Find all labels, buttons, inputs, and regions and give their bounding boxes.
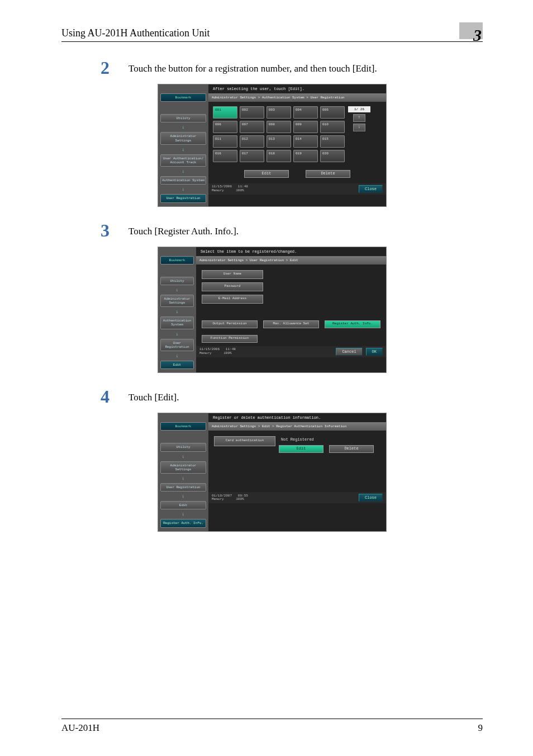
email-button[interactable]: E-Mail Address (202, 295, 263, 304)
reg-002-button[interactable]: 002 (240, 106, 264, 119)
delete-button[interactable]: Delete (329, 445, 374, 453)
prompt-text: Select the item to be registered/changed… (196, 247, 386, 256)
step-number: 3 (101, 220, 129, 241)
chapter-number: 3 (473, 26, 482, 45)
password-button[interactable]: Password (202, 282, 263, 291)
bookmark-button[interactable]: Bookmark (160, 422, 206, 431)
down-arrow-icon: ↓ (160, 476, 206, 481)
step-number: 2 (101, 58, 129, 78)
user-auth-button[interactable]: User Authentication/ Account Track (160, 154, 206, 167)
step-number: 4 (101, 386, 129, 407)
sidebar: Bookmark Utility ↓ Administrator Setting… (158, 84, 208, 206)
edit-button[interactable]: Edit (244, 170, 289, 178)
edit-crumb-button[interactable]: Edit (160, 501, 206, 509)
reg-015-button[interactable]: 015 (320, 135, 345, 148)
down-arrow-icon: ↓ (160, 353, 194, 358)
reg-007-button[interactable]: 007 (240, 121, 264, 133)
reg-019-button[interactable]: 019 (293, 150, 318, 162)
reg-016-button[interactable]: 016 (213, 150, 237, 162)
reg-020-button[interactable]: 020 (320, 150, 345, 162)
page-header: Using AU-201H Authentication Unit 3 (61, 22, 483, 42)
edit-button[interactable]: Edit (279, 445, 323, 453)
reg-008-button[interactable]: 008 (266, 121, 291, 133)
function-permission-button[interactable]: Function Permission (202, 335, 258, 343)
card-auth-label: Card authentication (214, 436, 275, 446)
admin-settings-button[interactable]: Administrator Settings (160, 461, 206, 474)
status-info: 11/15/2006 11:48 Memory 100% (212, 185, 248, 192)
step-3: 3 Touch [Register Auth. Info.]. (101, 220, 483, 241)
breadcrumb: Administrator Settings > Edit > Register… (208, 422, 386, 431)
max-allowance-button[interactable]: Max. Allowance Set (263, 320, 319, 328)
page-down-button[interactable]: ↓ (353, 124, 365, 131)
down-arrow-icon: ↓ (160, 494, 206, 499)
status-info: 11/15/2006 11:48 Memory 100% (199, 348, 236, 355)
reg-006-button[interactable]: 006 (213, 121, 237, 133)
pager: 1/ 26 ↑ ↓ (348, 106, 370, 162)
cancel-button[interactable]: Cancel (336, 348, 362, 356)
user-registration-button[interactable]: User Registration (160, 483, 206, 492)
card-auth-status: Not Registered (279, 436, 374, 443)
output-permission-button[interactable]: Output Permission (202, 320, 258, 328)
utility-button[interactable]: Utility (160, 277, 194, 285)
breadcrumb: Administrator Settings > User Registrati… (196, 256, 386, 264)
username-button[interactable]: User Name (202, 270, 263, 279)
edit-crumb-button[interactable]: Edit (160, 361, 194, 369)
ok-button[interactable]: OK (366, 348, 383, 356)
step-text: Touch the button for a registration numb… (129, 58, 377, 74)
status-info: 01/10/2007 09:55 Memory 100% (212, 494, 248, 502)
down-arrow-icon: ↓ (160, 287, 194, 292)
bookmark-button[interactable]: Bookmark (160, 93, 206, 102)
step-2: 2 Touch the button for a registration nu… (101, 58, 483, 78)
down-arrow-icon: ↓ (160, 147, 206, 152)
footer-page: 9 (478, 722, 483, 734)
reg-005-button[interactable]: 005 (320, 106, 345, 119)
number-grid: 001 002 003 004 005 006 007 008 009 010 … (213, 106, 345, 162)
close-button[interactable]: Close (359, 185, 383, 193)
reg-010-button[interactable]: 010 (320, 121, 345, 133)
admin-settings-button[interactable]: Administrator Settings (160, 132, 206, 144)
reg-011-button[interactable]: 011 (213, 135, 237, 148)
down-arrow-icon: ↓ (160, 332, 194, 337)
page-footer: AU-201H 9 (61, 719, 483, 734)
page-indicator: 1/ 26 (348, 106, 370, 112)
utility-button[interactable]: Utility (160, 443, 206, 451)
down-arrow-icon: ↓ (160, 454, 206, 459)
prompt-text: After selecting the user, touch [Edit]. (208, 84, 386, 93)
reg-001-button[interactable]: 001 (213, 106, 237, 119)
utility-button[interactable]: Utility (160, 114, 206, 122)
down-arrow-icon: ↓ (160, 169, 206, 174)
step-4: 4 Touch [Edit]. (101, 386, 483, 407)
reg-012-button[interactable]: 012 (240, 135, 264, 148)
reg-003-button[interactable]: 003 (266, 106, 291, 119)
down-arrow-icon: ↓ (160, 125, 206, 130)
reg-004-button[interactable]: 004 (293, 106, 318, 119)
reg-014-button[interactable]: 014 (293, 135, 318, 148)
reg-009-button[interactable]: 009 (293, 121, 318, 133)
user-registration-button[interactable]: User Registration (160, 194, 206, 202)
footer-model: AU-201H (61, 722, 99, 734)
down-arrow-icon: ↓ (160, 309, 194, 314)
auth-system-button[interactable]: Authentication System (160, 176, 206, 185)
close-button[interactable]: Close (359, 494, 383, 502)
register-auth-crumb-button[interactable]: Register Auth. Info. (160, 519, 206, 527)
sidebar: Bookmark Utility ↓ Administrator Setting… (158, 413, 208, 531)
admin-settings-button[interactable]: Administrator Settings (160, 295, 194, 307)
section-title: Using AU-201H Authentication Unit (61, 27, 210, 39)
screenshot-register-auth-info: Bookmark Utility ↓ Administrator Setting… (158, 413, 387, 531)
bookmark-button[interactable]: Bookmark (160, 256, 194, 264)
down-arrow-icon: ↓ (160, 187, 206, 192)
breadcrumb: Administrator Settings > Authentication … (208, 93, 386, 102)
reg-013-button[interactable]: 013 (266, 135, 291, 148)
page-up-button[interactable]: ↑ (353, 114, 365, 122)
prompt-text: Register or delete authentication inform… (208, 413, 386, 422)
reg-017-button[interactable]: 017 (240, 150, 264, 162)
register-auth-info-button[interactable]: Register Auth. Info. (325, 320, 380, 328)
step-text: Touch [Edit]. (129, 386, 179, 403)
screenshot-user-registration: Bookmark Utility ↓ Administrator Setting… (158, 84, 387, 207)
chapter-box: 3 (459, 22, 483, 39)
reg-018-button[interactable]: 018 (266, 150, 291, 162)
auth-system-button[interactable]: Authentication System (160, 316, 194, 329)
delete-button[interactable]: Delete (306, 170, 350, 178)
sidebar: Bookmark Utility ↓ Administrator Setting… (158, 247, 196, 373)
user-registration-button[interactable]: User Registration (160, 339, 194, 351)
